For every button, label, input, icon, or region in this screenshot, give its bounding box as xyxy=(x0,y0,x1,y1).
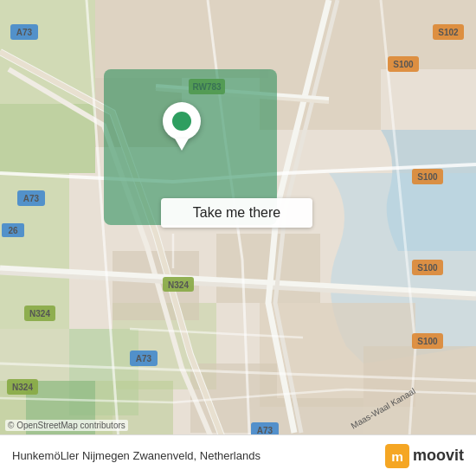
svg-text:A73: A73 xyxy=(136,354,152,363)
svg-text:26: 26 xyxy=(8,226,18,235)
pin-circle xyxy=(163,102,201,140)
moovit-logo-icon: m xyxy=(385,444,409,468)
svg-text:N324: N324 xyxy=(12,383,33,392)
take-me-there-button[interactable]: Take me there xyxy=(161,198,312,228)
take-me-there-label: Take me there xyxy=(193,205,280,221)
svg-text:S100: S100 xyxy=(417,263,438,273)
bottom-bar: HunkemöLler Nijmegen Zwanenveld, Netherl… xyxy=(0,434,476,476)
svg-rect-9 xyxy=(95,0,268,78)
svg-text:S100: S100 xyxy=(393,60,414,69)
map-container: A73 A73 A73 A73 N324 N324 N324 RW783 S10… xyxy=(0,0,476,476)
pin-tail xyxy=(175,138,189,151)
osm-credit: © OpenStreetMap contributors xyxy=(5,420,128,431)
svg-text:S100: S100 xyxy=(417,337,438,346)
svg-text:m: m xyxy=(391,448,403,463)
moovit-logo-text: moovit xyxy=(413,447,464,465)
svg-text:S100: S100 xyxy=(417,172,438,182)
location-title: HunkemöLler Nijmegen Zwanenveld, Netherl… xyxy=(12,449,261,462)
moovit-logo: m moovit xyxy=(385,444,464,468)
map-pin xyxy=(163,102,201,151)
svg-text:S102: S102 xyxy=(438,28,459,37)
pin-inner xyxy=(172,112,191,131)
svg-text:A73: A73 xyxy=(16,28,33,37)
svg-text:A73: A73 xyxy=(23,194,40,203)
svg-text:N324: N324 xyxy=(29,309,50,318)
svg-text:N324: N324 xyxy=(168,280,189,290)
